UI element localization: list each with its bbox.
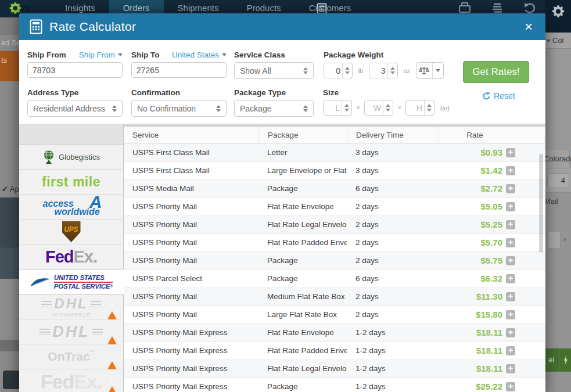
carrier-row-globegistics[interactable]: Globegistics <box>19 145 124 170</box>
ship-from-selector[interactable]: Ship From <box>79 51 123 59</box>
add-rate-icon[interactable] <box>506 274 515 283</box>
rate-cell: $5.70 <box>439 234 545 251</box>
bg-right-fragment: Col Colorado 4 Mail × el <box>545 17 571 392</box>
package-cell: Flat Rate Envelope <box>258 324 347 341</box>
rate-cell: $2.72 <box>439 180 545 197</box>
carrier-row-fedex[interactable]: FedEx. <box>19 244 124 269</box>
firstmile-logo: first mile <box>42 174 100 190</box>
select-arrows-icon <box>112 105 117 112</box>
warning-icon <box>107 326 118 336</box>
service-cell: USPS First Class Mail <box>124 162 258 179</box>
size-label: Size <box>323 88 339 97</box>
bg-saved-search-fragment: ed Se <box>0 35 20 51</box>
bg-x-separator-fragment: × <box>563 236 566 243</box>
stepper-arrows-icon[interactable] <box>383 100 393 115</box>
delivery-cell: 2 days <box>347 234 439 251</box>
weight-lb-input[interactable] <box>324 63 342 78</box>
warning-icon <box>107 301 118 311</box>
delivery-cell: 3 days <box>347 144 439 161</box>
globe-icon <box>42 149 55 165</box>
add-rate-icon[interactable] <box>506 328 515 337</box>
ship-to-country-selector[interactable]: United States <box>172 51 227 59</box>
oz-unit-label: oz <box>403 67 410 74</box>
settings-panel[interactable] <box>545 0 571 33</box>
add-rate-icon[interactable] <box>506 382 515 391</box>
carrier-row-usps-selected[interactable]: UNITED STATES POSTAL SERVICE® <box>19 269 124 294</box>
weight-lb-stepper <box>324 63 353 78</box>
confirmation-select[interactable]: No Confirmation <box>131 100 227 117</box>
add-rate-icon[interactable] <box>506 220 515 229</box>
carrier-row-fedex-disabled[interactable]: FedEx. <box>19 369 124 392</box>
add-rate-icon[interactable] <box>506 184 515 193</box>
carrier-row-dhl[interactable]: DHL <box>19 319 124 344</box>
add-rate-icon[interactable] <box>506 202 515 211</box>
reset-icon <box>482 92 491 100</box>
get-rates-button[interactable]: Get Rates! <box>463 61 529 83</box>
address-type-select[interactable]: Residential Address <box>27 100 123 117</box>
carrier-row-access-worldwide[interactable]: access worldwide A <box>19 195 124 220</box>
dhl-stripes-icon <box>41 301 52 307</box>
rate-cell: $6.32 <box>439 270 545 287</box>
table-header-row: Service Package Delivery Time Rate <box>124 127 545 144</box>
service-cell: USPS Priority Mail Express <box>124 324 258 341</box>
chevron-down-icon <box>222 53 227 56</box>
ship-from-label: Ship From <box>27 51 66 59</box>
service-cell: USPS Priority Mail <box>124 198 258 215</box>
add-rate-icon[interactable] <box>506 346 515 355</box>
package-type-select[interactable]: Package <box>234 100 314 117</box>
rate-cell: $5.05 <box>439 198 545 215</box>
scale-read-button[interactable] <box>416 62 444 79</box>
stepper-arrows-icon[interactable] <box>387 63 397 78</box>
carrier-row-firstmile[interactable]: first mile <box>19 170 124 195</box>
add-rate-icon[interactable] <box>506 310 515 319</box>
rate-value: $5.25 <box>480 216 502 233</box>
rate-value: $25.22 <box>476 378 502 392</box>
stepper-arrows-icon[interactable] <box>424 100 434 115</box>
rates-table: Service Package Delivery Time Rate USPS … <box>124 124 545 392</box>
stepper-arrows-icon[interactable] <box>342 63 352 78</box>
carrier-row-dhl-ecommerce[interactable]: DHL eCOMMERCE <box>19 294 124 319</box>
service-class-select[interactable]: Show All <box>234 62 314 79</box>
ship-to-input[interactable] <box>131 62 227 78</box>
col-header-package: Package <box>258 127 347 143</box>
delivery-cell: 1-2 days <box>347 342 439 359</box>
rate-cell: $5.75 <box>439 252 545 269</box>
bg-caret-icon <box>546 39 551 42</box>
add-rate-icon[interactable] <box>506 148 515 157</box>
add-rate-icon[interactable] <box>506 166 515 175</box>
dimension-separator: × <box>357 105 360 111</box>
carrier-row-ontrac[interactable]: OnTrac™ <box>19 344 124 369</box>
package-cell: Flat Rate Legal Envelope <box>258 360 347 377</box>
add-rate-icon[interactable] <box>506 364 515 373</box>
service-cell: USPS Priority Mail Express <box>124 360 258 377</box>
bg-columns-button-fragment: Col <box>545 33 571 49</box>
service-cell: USPS Priority Mail <box>124 288 258 305</box>
size-height-input[interactable] <box>406 100 424 115</box>
package-cell: Flat Rate Legal Envelope <box>258 216 347 233</box>
table-scrollbar-thumb[interactable] <box>539 154 543 253</box>
fedex-logo-faded: FedEx. <box>41 371 102 392</box>
rate-value: $18.11 <box>476 342 502 359</box>
rate-cell: $18.11 <box>439 360 545 377</box>
delivery-cell: 1-2 days <box>347 378 439 392</box>
rate-cell: $11.30 <box>439 288 545 305</box>
delivery-cell: 1-2 days <box>347 360 439 377</box>
bg-apply-fragment: ✔ Ap <box>0 185 20 197</box>
scale-dropdown-icon[interactable] <box>432 63 443 78</box>
add-rate-icon[interactable] <box>506 292 515 301</box>
size-width-input[interactable] <box>365 100 383 115</box>
add-rate-icon[interactable] <box>506 256 515 265</box>
size-length-input[interactable] <box>324 100 342 115</box>
weight-oz-input[interactable] <box>369 63 387 78</box>
stepper-arrows-icon[interactable] <box>342 100 351 115</box>
add-rate-icon[interactable] <box>506 238 515 247</box>
modal-title: Rate Calculator <box>49 20 136 34</box>
carrier-row-ups[interactable]: UPS <box>19 220 124 244</box>
fedex-logo: FedEx. <box>45 247 97 267</box>
package-cell: Flat Rate Padded Envel... <box>258 234 347 251</box>
reset-button[interactable]: Reset <box>482 91 515 100</box>
ship-from-input[interactable] <box>27 62 123 78</box>
rate-cell: $15.80 <box>439 306 545 323</box>
close-icon[interactable]: × <box>522 20 535 34</box>
col-header-rate: Rate <box>439 127 545 143</box>
